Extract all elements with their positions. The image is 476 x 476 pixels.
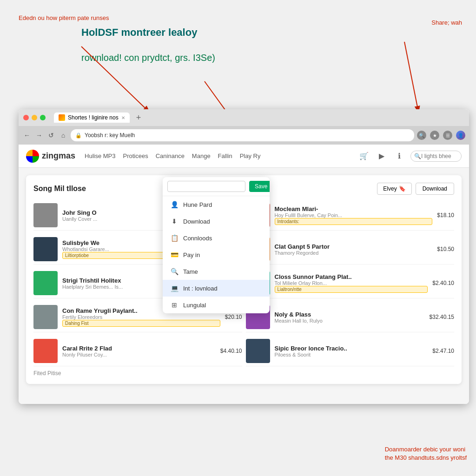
nav-mange[interactable]: Mange [192,152,211,159]
song-thumbnail [33,339,58,363]
lungulal-icon: ⊞ [170,301,178,309]
logo-icon [26,150,39,163]
list-item[interactable]: Mocleam Mlari- Hoy Fullll Bulerve, Cay P… [246,200,455,231]
play-icon[interactable]: ▶ [375,150,388,163]
list-item[interactable]: Sipic Breor lonce Tracio.. Piloess & Soo… [246,336,455,366]
song-info: Noly & Plass Measin Hall lo, Rulyo [275,311,425,324]
download-icon: ⬇ [170,217,178,225]
song-name: Caral Rrite 2 Flad [62,345,216,352]
song-sub: Nonly Piluser Coy... [62,352,216,357]
song-sub: Thamory Regorded [275,250,433,256]
list-item[interactable]: Caral Rrite 2 Flad Nonly Piluser Coy... … [33,336,242,366]
annotation-top-right: Share; wah [431,19,462,27]
song-sub: Fertily Eloreedors [62,314,220,320]
pay-in-icon: 💳 [170,251,178,259]
song-sub: Hoy Fullll Bulerve, Cay Poin... [275,212,433,218]
profile-avatar[interactable]: 👤 [456,131,465,140]
new-tab-button[interactable]: + [133,113,144,123]
content-area: Save 👤 Hune Pard ⬇ Download 📋 Connloods … [19,168,469,404]
tab-close-icon[interactable]: ✕ [121,115,125,120]
annotation-top-left: Ededn ou how piterm pate runses [19,14,109,22]
menu-item-label: Tame [183,268,198,275]
menu-item-lungulal[interactable]: ⊞ Lungulal [163,297,270,313]
songs-footer: Fited Pitise [33,370,454,377]
browser-toolbar-icons: 🔍 ★ ☰ 👤 [417,131,465,140]
song-badge: Introdants: [275,218,433,225]
nav-proticees[interactable]: Proticees [123,152,148,159]
site-logo: zingmas [26,150,75,163]
songs-title: Song Mil tIlose [33,185,86,193]
browser-window: Shortes ! liginire nos ✕ + ← → ↺ ⌂ 🔒 Yoo… [19,109,469,404]
song-name: Mocleam Mlari- [275,205,433,212]
close-button[interactable] [23,115,29,120]
menu-item-label: Int : lovnload [183,285,218,292]
menu-item-lovnload[interactable]: 💻 Int : lovnload [163,280,270,297]
site-nav: zingmas Hulise MP3 Proticees Caninance M… [19,145,469,168]
menu-item-download[interactable]: ⬇ Download [163,213,270,230]
nav-fallin[interactable]: Fallin [218,152,232,159]
menu-icon[interactable]: ☰ [443,131,452,140]
song-price: $32.40.15 [430,314,454,320]
dropdown-search-input[interactable] [167,181,245,192]
back-button[interactable]: ← [22,131,32,140]
logo-text: zingmas [42,151,75,161]
menu-item-pay-in[interactable]: 💳 Pay in [163,246,270,263]
song-thumbnail [33,305,58,329]
save-button[interactable]: Save [249,181,270,192]
download-button[interactable]: Download [416,183,454,195]
nav-right: 🛒 ▶ ℹ 🔍 [357,150,462,163]
dropdown-search-row: Save [163,177,270,196]
song-sub: Measin Hall lo, Rulyo [275,318,425,324]
list-item[interactable]: Noly & Plass Measin Hall lo, Rulyo $32.4… [246,302,455,332]
browser-tab[interactable]: Shortes ! liginire nos ✕ [54,112,130,123]
menu-item-label: Hune Pard [183,201,212,208]
song-price: $4.40.10 [220,348,242,354]
nav-caninance[interactable]: Caninance [156,152,185,159]
song-name: Clat Ganpt 5 Partor [275,243,433,250]
song-price: $18.10 [437,212,454,218]
info-icon[interactable]: ℹ [393,150,406,163]
song-info: Closs Sunnor Patang Plat.. Tol Miliele O… [275,273,428,293]
minimize-button[interactable] [32,115,37,120]
website-content: zingmas Hulise MP3 Proticees Caninance M… [19,145,469,404]
menu-item-label: Pay in [183,251,200,258]
cart-icon[interactable]: 🛒 [357,150,370,163]
forward-button[interactable]: → [34,131,44,140]
elvey-button[interactable]: Elvey 🔖 [377,183,411,195]
song-info: Clat Ganpt 5 Partor Thamory Regorded [275,243,433,256]
header-buttons: Elvey 🔖 Download [377,183,454,195]
maximize-button[interactable] [40,115,46,120]
song-price: $2.40.10 [432,280,454,286]
nav-play[interactable]: Play Ry [240,152,261,159]
connloods-icon: 📋 [170,234,178,242]
tab-title: Shortes ! liginire nos [68,114,119,121]
dropdown-popup: Save 👤 Hune Pard ⬇ Download 📋 Connloods … [163,177,270,313]
search-icon[interactable]: 🔍 [417,131,426,140]
list-item[interactable]: Closs Sunnor Patang Plat.. Tol Miliele O… [246,268,455,298]
menu-item-connloods[interactable]: 📋 Connloods [163,230,270,246]
song-name: Noly & Plass [275,311,425,318]
list-item[interactable]: Clat Ganpt 5 Partor Thamory Regorded $10… [246,234,455,264]
annotation-bottom-right: Doanmoarder debic your wonithe M30 shand… [385,445,467,462]
tame-icon: 🔍 [170,267,178,276]
menu-item-tame[interactable]: 🔍 Tame [163,263,270,280]
home-button[interactable]: ⌂ [59,131,68,140]
extensions-icon[interactable]: ★ [430,131,439,140]
annotation-title: HolDSF montreer lealoy [81,26,197,40]
song-info: Caral Rrite 2 Flad Nonly Piluser Coy... [62,345,216,357]
menu-item-hune-pard[interactable]: 👤 Hune Pard [163,196,270,213]
song-name: Sipic Breor lonce Tracio.. [275,345,428,352]
song-info: Sipic Breor lonce Tracio.. Piloess & Soo… [275,345,428,357]
annotation-subtitle: rownload! con prydtct, grs. I3Se) [81,51,215,64]
song-thumbnail [246,339,270,363]
nav-hulise[interactable]: Hulise MP3 [85,152,115,159]
song-thumbnail [33,237,58,261]
refresh-button[interactable]: ↺ [46,131,56,140]
song-price: $10.50 [437,246,454,252]
song-sub: Piloess & Soorit [275,352,428,357]
address-field[interactable]: 🔒 Yoobsh r: key Muelh [71,129,414,141]
song-sub: Tol Miliele Orlay Rlon... [275,280,428,286]
nav-links: Hulise MP3 Proticees Caninance Mange Fal… [85,152,260,159]
song-badge: Dahing Fist [62,320,220,327]
song-thumbnail [33,203,58,227]
